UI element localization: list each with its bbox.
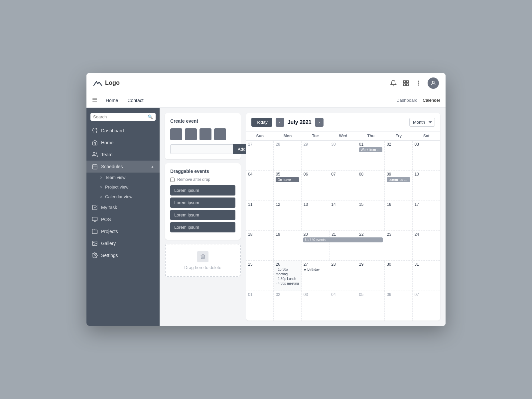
cal-cell[interactable]: 28 (274, 141, 301, 170)
cal-cell[interactable]: 14 (329, 201, 357, 230)
week-5: 25 26 - 10:30a meeting - 1:30p Lunch - 4… (246, 261, 440, 291)
cal-cell[interactable]: 29 (302, 141, 329, 170)
cal-cell[interactable]: 23 (385, 231, 413, 260)
cal-cell[interactable]: 16 (385, 201, 412, 230)
cal-cell[interactable]: 22 On leave (357, 231, 385, 260)
cal-cell[interactable]: 04 (246, 171, 274, 200)
cal-cell[interactable]: 18 (246, 231, 274, 260)
cal-cell[interactable]: 21 (330, 231, 357, 260)
today-button[interactable]: Today (251, 118, 272, 127)
sidebar-sub-project-view[interactable]: Project view (86, 182, 160, 192)
svg-point-6 (418, 85, 419, 85)
cal-cell[interactable]: 01 Work from ... (357, 141, 385, 170)
cal-cell[interactable]: 01 (246, 291, 274, 321)
task-icon (92, 204, 98, 210)
week-1: 27 28 29 30 01 Work from ... 02 03 (246, 141, 440, 171)
cal-cell[interactable]: 10 (413, 171, 440, 200)
event-icon-1[interactable] (170, 128, 182, 140)
calendar-event[interactable]: UI/ UX events (303, 237, 374, 242)
cal-cell[interactable]: 02 (385, 141, 412, 170)
projects-icon (92, 228, 98, 234)
more-icon[interactable] (415, 79, 422, 87)
cal-cell[interactable]: 30 (385, 261, 412, 290)
cal-cell[interactable]: 02 (274, 291, 301, 321)
svg-rect-12 (92, 165, 97, 169)
drop-zone: Drag here to delete (165, 244, 241, 277)
sidebar-sub-calendar-view[interactable]: Calendar view (86, 192, 160, 201)
cal-cell[interactable]: 30 (329, 141, 357, 170)
sidebar-item-pos[interactable]: POS (86, 213, 160, 225)
cal-cell[interactable]: 04 (329, 291, 357, 321)
sidebar-item-my-task[interactable]: My task (86, 201, 160, 213)
sidebar-item-schedules[interactable]: Schedules ▲ (86, 161, 160, 173)
cal-cell[interactable]: 15 (357, 201, 385, 230)
cal-cell[interactable]: 05 (357, 291, 385, 321)
cal-cell[interactable]: 08 (357, 171, 385, 200)
calendar-header: Today ‹ July 2021 › Month Week Day (246, 113, 440, 132)
pos-icon (92, 216, 98, 222)
cal-cell[interactable]: 06 (385, 291, 412, 321)
cal-cell[interactable]: 12 (274, 201, 301, 230)
event-icon-3[interactable] (200, 128, 211, 140)
cal-cell[interactable]: 31 (413, 261, 440, 290)
content-area: Create event Add Draggable events (160, 108, 446, 326)
draggable-event-4[interactable]: Lorem ipsum (170, 222, 235, 232)
cal-cell[interactable]: 19 (274, 231, 301, 260)
cal-cell[interactable]: 03 (302, 291, 329, 321)
sidebar-item-team[interactable]: Team (86, 149, 160, 161)
svg-point-4 (418, 81, 419, 81)
main-layout: 🔍 Dashboard Home Team (86, 108, 446, 326)
calendar-event[interactable]: Lorem ips ... (387, 177, 410, 182)
cal-cell[interactable]: 05 On leave (274, 171, 301, 200)
cal-cell[interactable]: 13 (302, 201, 329, 230)
sidebar-item-dashboard[interactable]: Dashboard (86, 125, 160, 137)
cal-cell[interactable]: 26 - 10:30a meeting - 1:30p Lunch - 4:30… (274, 261, 301, 290)
calendar-event[interactable]: Work from ... (359, 147, 382, 152)
nav-home[interactable]: Home (102, 96, 122, 105)
nav-contact[interactable]: Contact (123, 96, 147, 105)
cal-cell[interactable]: 28 (329, 261, 357, 290)
sidebar-item-gallery[interactable]: Gallery (86, 237, 160, 249)
remove-after-drop-checkbox[interactable] (170, 178, 175, 182)
draggable-event-1[interactable]: Lorem ipsum (170, 185, 235, 196)
cal-cell[interactable]: 11 (246, 201, 274, 230)
chevron-up-icon: ▲ (151, 165, 154, 169)
event-icon-2[interactable] (185, 128, 197, 140)
cal-cell[interactable]: 20 UI/ UX events (301, 231, 330, 260)
cal-cell[interactable]: 29 (357, 261, 385, 290)
sidebar-label-pos: POS (101, 217, 111, 222)
view-select[interactable]: Month Week Day (409, 118, 435, 127)
event-name-input[interactable] (170, 144, 233, 154)
draggable-event-2[interactable]: Lorem ipsum (170, 198, 235, 208)
calendar-card: Today ‹ July 2021 › Month Week Day (246, 113, 440, 321)
hamburger-icon[interactable] (92, 97, 98, 104)
sidebar-item-home[interactable]: Home (86, 137, 160, 149)
cal-cell[interactable]: 07 (329, 171, 357, 200)
calendar-event[interactable]: On leave (276, 177, 299, 182)
prev-month-button[interactable]: ‹ (276, 118, 284, 127)
cal-cell[interactable]: 25 (246, 261, 274, 290)
sidebar-item-settings[interactable]: Settings (86, 249, 160, 261)
draggable-event-3[interactable]: Lorem ipsum (170, 210, 235, 220)
bell-icon[interactable] (390, 79, 397, 87)
cal-cell[interactable]: 24 (413, 231, 440, 260)
cell-events: - 10:30a meeting - 1:30p Lunch - 4:30p m… (276, 267, 299, 286)
sidebar-label-my-task: My task (101, 205, 117, 210)
header-actions (390, 77, 439, 89)
cal-cell[interactable]: 09 Lorem ips ... (385, 171, 412, 200)
cal-cell[interactable]: 06 (302, 171, 329, 200)
sidebar-sub-team-view[interactable]: Team view (86, 173, 160, 182)
next-month-button[interactable]: › (315, 118, 324, 127)
event-add-button[interactable]: Add (233, 144, 246, 154)
cal-cell[interactable]: 07 (413, 291, 440, 321)
avatar[interactable] (428, 77, 439, 89)
grid-icon[interactable] (402, 79, 410, 87)
cal-cell[interactable]: 27 ★ Birthday (302, 261, 329, 290)
cal-cell[interactable]: 17 (413, 201, 440, 230)
cal-cell[interactable]: 03 (413, 141, 440, 170)
search-icon: 🔍 (148, 114, 153, 119)
cal-cell[interactable]: 27 (246, 141, 274, 170)
event-icon-4[interactable] (214, 128, 226, 140)
sidebar-item-projects[interactable]: Projects (86, 225, 160, 237)
search-input[interactable] (93, 114, 146, 119)
